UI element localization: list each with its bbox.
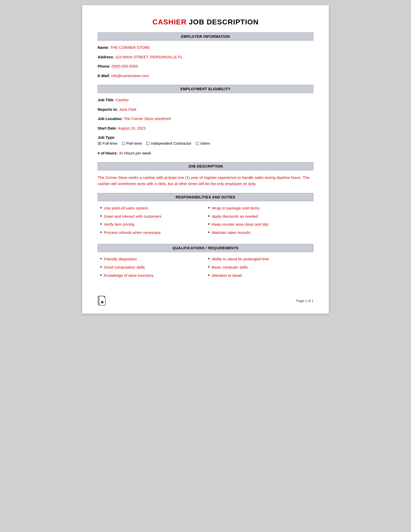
- reports-to-value: Jane Park: [119, 107, 136, 112]
- intern-label: Intern: [200, 141, 210, 146]
- reports-to-row: Reports to: Jane Park: [98, 107, 313, 113]
- job-description-text: The Corner Store seeks a cashier with at…: [98, 175, 313, 187]
- job-title-label: Job Title: [98, 98, 113, 102]
- document-icon: e: [98, 296, 107, 306]
- employment-eligibility-fields: Job Title: Cashier Reports to: Jane Park…: [98, 97, 313, 156]
- title-red: CASHIER: [152, 18, 186, 26]
- responsibilities-section: RESPONSIBILITIES AND DUTIES Use point-of…: [98, 193, 313, 238]
- employer-phone-label: Phone: [98, 64, 109, 68]
- list-item: Verify item pricing: [100, 222, 206, 227]
- fulltime-label: Full-time: [102, 141, 117, 146]
- parttime-checkbox: ☐: [122, 141, 125, 147]
- hours-text: Hours per week: [123, 151, 151, 155]
- list-item: Keep counter area clean and tidy: [208, 222, 313, 227]
- employment-eligibility-section: EMPLOYMENT ELIGIBILITY Job Title: Cashie…: [98, 85, 313, 156]
- employment-eligibility-header: EMPLOYMENT ELIGIBILITY: [98, 85, 313, 93]
- contractor-checkbox: ☐: [146, 141, 150, 147]
- list-item: Attention to detail: [208, 273, 313, 278]
- job-location-label: Job Location: [98, 116, 122, 121]
- title-black: JOB DESCRIPTION: [186, 18, 258, 26]
- job-description-section: JOB DESCRIPTION The Corner Store seeks a…: [98, 162, 313, 187]
- job-type-row: Job Type: ☒ Full-time ☐ Part-time ☐ Inde…: [98, 135, 313, 147]
- employer-phone-value: (555) 555-5555: [111, 64, 138, 68]
- list-item: Basic computer skills: [208, 264, 313, 270]
- job-title-value: Cashier: [116, 98, 129, 102]
- document-page: CASHIER JOB DESCRIPTION EMPLOYER INFORMA…: [82, 5, 329, 314]
- list-item: Good computation skills: [100, 264, 206, 270]
- list-item: Friendly disposition: [100, 256, 206, 262]
- page-number: Page 1 of 1: [296, 299, 314, 303]
- qualifications-col1: Friendly disposition Good computation sk…: [98, 256, 206, 281]
- employer-address-value: 123 MAIN STREET, PERSONVILLE FL: [115, 55, 183, 59]
- qualifications-col2: Ability to stand for prolonged time Basi…: [206, 256, 313, 281]
- employer-name-row: Name: THE CORNER STORE: [98, 45, 313, 51]
- employer-phone-row: Phone: (555) 555-5555: [98, 63, 313, 69]
- employer-name-value: THE CORNER STORE: [110, 45, 150, 50]
- page-title: CASHIER JOB DESCRIPTION: [98, 18, 313, 26]
- qualifications-section: QUALIFICATIONS / REQUIREMENTS Friendly d…: [98, 244, 313, 281]
- page-footer: e Page 1 of 1: [98, 296, 313, 306]
- list-item: Wrap or package sold items: [208, 205, 313, 211]
- list-item: Ability to stand for prolonged time: [208, 256, 313, 262]
- employer-address-label: Address: [98, 55, 113, 59]
- qualifications-list: Friendly disposition Good computation sk…: [98, 256, 313, 281]
- start-date-row: Start Date: August 15, 2021: [98, 125, 313, 131]
- responsibilities-col2: Wrap or package sold items Apply discoun…: [206, 205, 313, 238]
- employer-email-row: E-Mail: info@cornerstore.com: [98, 73, 313, 79]
- svg-text:e: e: [102, 302, 103, 304]
- employer-name-label: Name: [98, 45, 108, 50]
- job-type-parttime: ☐ Part-time: [122, 141, 142, 147]
- responsibilities-header: RESPONSIBILITIES AND DUTIES: [98, 193, 313, 201]
- start-date-value: August 15, 2021: [118, 126, 146, 130]
- job-description-header: JOB DESCRIPTION: [98, 162, 313, 170]
- contractor-label: Independent Contractor: [151, 141, 191, 146]
- list-item: Use point-of-sales system: [100, 205, 206, 211]
- employer-info-section: EMPLOYER INFORMATION Name: THE CORNER ST…: [98, 32, 313, 79]
- list-item: Greet and interact with customers: [100, 214, 206, 219]
- qualifications-header: QUALIFICATIONS / REQUIREMENTS: [98, 244, 313, 252]
- hours-row: # of Hours: 30 Hours per week: [98, 150, 313, 156]
- employer-info-fields: Name: THE CORNER STORE Address: 123 MAIN…: [98, 45, 313, 79]
- job-type-label: Job Type: [98, 135, 114, 140]
- list-item: Knowledge of store inventory: [100, 273, 206, 278]
- job-type-intern: ☐ Intern: [195, 141, 210, 147]
- employer-email-value: info@cornerstore.com: [111, 74, 149, 78]
- job-type-fulltime: ☒ Full-time: [98, 141, 117, 147]
- parttime-label: Part-time: [126, 141, 142, 146]
- intern-checkbox: ☐: [195, 141, 199, 147]
- job-type-contractor: ☐ Independent Contractor: [146, 141, 191, 147]
- list-item: Maintain sales records: [208, 230, 313, 235]
- responsibilities-col1: Use point-of-sales system Greet and inte…: [98, 205, 206, 238]
- list-item: Apply discounts as needed: [208, 214, 313, 219]
- employer-info-header: EMPLOYER INFORMATION: [98, 32, 313, 41]
- hours-value: 30: [119, 151, 123, 155]
- employer-address-row: Address: 123 MAIN STREET, PERSONVILLE FL: [98, 54, 313, 60]
- employer-email-label: E-Mail: [98, 74, 109, 78]
- hours-label: # of Hours: [98, 151, 117, 155]
- responsibilities-list: Use point-of-sales system Greet and inte…: [98, 205, 313, 238]
- job-location-value: The Corner Store storefront: [124, 116, 171, 121]
- job-type-options: ☒ Full-time ☐ Part-time ☐ Independent Co…: [98, 141, 313, 147]
- job-title-row: Job Title: Cashier: [98, 97, 313, 103]
- reports-to-label: Reports to: [98, 107, 117, 112]
- list-item: Process refunds when necessary: [100, 230, 206, 235]
- start-date-label: Start Date: [98, 126, 116, 130]
- job-location-row: Job Location: The Corner Store storefron…: [98, 116, 313, 122]
- fulltime-checkbox: ☒: [98, 141, 101, 147]
